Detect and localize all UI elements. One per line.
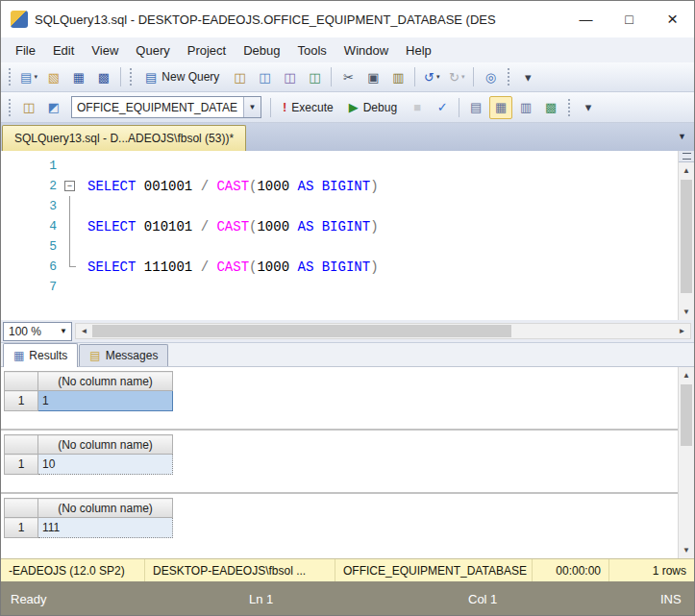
result-table: (No column name)1111: [4, 498, 173, 538]
scroll-left-icon[interactable]: ◄: [76, 324, 92, 338]
menu-item-tools[interactable]: Tools: [289, 37, 335, 62]
toolbar-grip[interactable]: [8, 98, 12, 117]
grid-column-header[interactable]: (No column name): [38, 372, 173, 391]
scroll-up-icon[interactable]: ▲: [679, 162, 694, 179]
results-to-grid-icon[interactable]: ▦: [489, 96, 512, 119]
combo-dropdown-icon[interactable]: ▼: [243, 97, 261, 117]
grid-cell[interactable]: 111: [38, 518, 173, 538]
results-to-text-icon[interactable]: ▤: [464, 96, 487, 119]
paste-icon[interactable]: ▥: [386, 65, 410, 88]
menu-item-window[interactable]: Window: [335, 37, 397, 62]
results-scroll-up-icon[interactable]: ▲: [679, 367, 694, 383]
toolbar-grip[interactable]: [507, 67, 511, 86]
editor-lines[interactable]: 12−SELECT 001001 / CAST(1000 AS BIGINT)3…: [1, 151, 678, 320]
tab-list-dropdown-icon[interactable]: ▼: [678, 132, 686, 141]
results-tab-strip: ▦Results▤Messages: [1, 343, 694, 367]
copy-icon[interactable]: ▣: [361, 65, 385, 88]
menu-item-query[interactable]: Query: [127, 37, 178, 62]
database-engine-query-icon[interactable]: ◫: [228, 65, 251, 88]
connect-icon[interactable]: ◫: [17, 96, 40, 119]
grid-column-header[interactable]: (No column name): [38, 499, 173, 518]
code-token: CAST: [216, 219, 249, 234]
menu-item-view[interactable]: View: [83, 37, 127, 62]
grid-corner-cell[interactable]: [5, 435, 38, 455]
sqlcmd-mode-icon[interactable]: ▩: [539, 96, 562, 119]
grid-cell[interactable]: 1: [38, 391, 173, 411]
analysis-services-query-icon[interactable]: ◫: [253, 65, 276, 88]
code-text[interactable]: SELECT 010101 / CAST(1000 AS BIGINT): [78, 219, 379, 234]
grid-header-row: (No column name): [5, 499, 173, 518]
execute-button[interactable]: !Execute: [276, 96, 340, 119]
zoom-selector[interactable]: 100 % ▼: [3, 322, 72, 341]
menu-item-file[interactable]: File: [7, 37, 44, 62]
grid-corner-cell[interactable]: [5, 499, 38, 518]
new-file-glyph-icon: ▤: [20, 71, 32, 84]
grid-row-header[interactable]: 1: [5, 455, 38, 475]
close-button[interactable]: ×: [651, 1, 694, 37]
menu-item-debug[interactable]: Debug: [235, 37, 288, 62]
results-scroll-track[interactable]: [679, 383, 694, 542]
results-scroll-down-icon[interactable]: ▼: [679, 542, 694, 558]
editor-scroll-thumb[interactable]: [681, 180, 692, 293]
debug-button[interactable]: ▶Debug: [342, 96, 404, 119]
debug-glyph-icon: ▶: [349, 101, 359, 113]
results-to-file-icon[interactable]: ▥: [514, 96, 537, 119]
connection-bar-item-4: 00:00:00: [533, 559, 609, 581]
grid-cell[interactable]: 10: [38, 455, 173, 475]
menu-item-edit[interactable]: Edit: [44, 37, 83, 62]
zoom-dropdown-icon[interactable]: ▼: [56, 327, 71, 335]
toolbar-grip[interactable]: [8, 67, 12, 86]
code-text[interactable]: SELECT 001001 / CAST(1000 AS BIGINT): [78, 179, 379, 194]
grid-row-header[interactable]: 1: [5, 391, 38, 411]
toolbar2-overflow-icon[interactable]: ▾: [577, 96, 600, 119]
editor-scroll-track[interactable]: [679, 179, 694, 304]
save-all-icon[interactable]: ▩: [92, 65, 115, 88]
results-tab-results[interactable]: ▦Results: [3, 343, 78, 367]
cut-icon[interactable]: ✂: [336, 65, 360, 88]
horizontal-scroll-thumb[interactable]: [92, 325, 511, 337]
scroll-down-icon[interactable]: ▼: [679, 304, 694, 320]
xmla-query-icon[interactable]: ◫: [303, 65, 326, 88]
connect-glyph-icon: ◫: [23, 101, 35, 113]
collapse-region-icon[interactable]: −: [64, 181, 75, 191]
database-combo-value: OFFICE_EQUIPMENT_DATAE: [72, 97, 243, 117]
results-vertical-scrollbar[interactable]: ▲ ▼: [678, 367, 694, 558]
results-scroll-thumb[interactable]: [681, 384, 692, 446]
toolbar-grip[interactable]: [567, 98, 572, 117]
horizontal-scroll-track[interactable]: [92, 324, 674, 338]
menu-bar: FileEditViewQueryProjectDebugToolsWindow…: [1, 37, 694, 62]
new-file-icon[interactable]: ▤▾: [17, 65, 40, 88]
horizontal-scrollbar[interactable]: ◄ ►: [75, 323, 691, 339]
document-tab[interactable]: SQLQuery13.sql - D...ADEOJS\fbsol (53))*: [2, 125, 246, 151]
results-tab-messages[interactable]: ▤Messages: [79, 344, 168, 366]
parse-icon[interactable]: ✓: [431, 96, 454, 119]
undo-icon[interactable]: ↺▾: [420, 65, 443, 88]
fold-margin: [62, 196, 78, 216]
open-file-glyph-icon: ▧: [48, 71, 60, 84]
fold-margin: [62, 156, 78, 176]
xmla-query-glyph-icon: ◫: [309, 71, 320, 84]
activity-monitor-icon[interactable]: ◎: [479, 65, 502, 88]
database-combo[interactable]: OFFICE_EQUIPMENT_DATAE▼: [71, 96, 261, 118]
scroll-right-icon[interactable]: ►: [674, 324, 690, 338]
mdx-query-icon[interactable]: ◫: [278, 65, 301, 88]
new-query-glyph-icon: ▤: [145, 71, 157, 84]
minimize-button[interactable]: —: [564, 1, 608, 37]
change-connection-icon[interactable]: ◩: [42, 96, 65, 119]
menu-item-project[interactable]: Project: [179, 37, 235, 62]
editor-vertical-scrollbar[interactable]: ▲ ▼: [678, 151, 694, 320]
open-file-icon[interactable]: ▧: [42, 65, 65, 88]
new-query-button[interactable]: ▤New Query: [138, 65, 226, 88]
maximize-button[interactable]: □: [608, 1, 651, 37]
toolbar-overflow-icon[interactable]: ▾: [516, 65, 539, 88]
grid-column-header[interactable]: (No column name): [38, 435, 173, 455]
menu-item-help[interactable]: Help: [397, 37, 440, 62]
line-number: 3: [1, 199, 62, 213]
code-token: 010101: [136, 219, 200, 234]
toolbar-grip[interactable]: [129, 67, 134, 86]
code-text[interactable]: SELECT 111001 / CAST(1000 AS BIGINT): [78, 259, 379, 275]
grid-corner-cell[interactable]: [5, 372, 38, 391]
save-icon[interactable]: ▦: [67, 65, 90, 88]
editor-splitter-handle[interactable]: [679, 151, 694, 162]
grid-row-header[interactable]: 1: [5, 518, 38, 538]
